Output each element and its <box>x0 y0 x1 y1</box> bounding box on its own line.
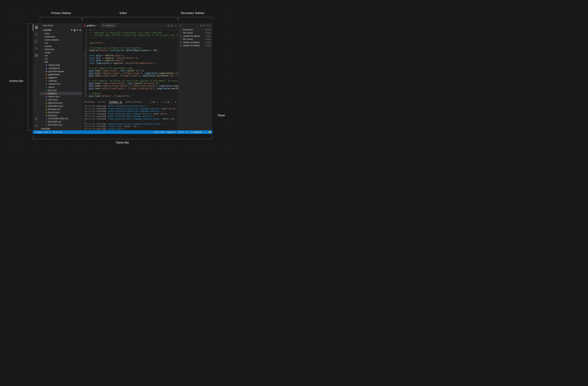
file-item[interactable]: ≡.yarnrc <box>40 86 82 89</box>
timeline-item[interactable]: ○File Saved2 days <box>178 38 212 41</box>
close-panel-icon[interactable]: ✕ <box>175 101 176 103</box>
folder-item[interactable]: ›resources <box>40 48 82 51</box>
pin-icon[interactable]: ⚲ <box>200 24 202 27</box>
new-folder-icon[interactable]: ▣ <box>74 29 76 31</box>
search-icon[interactable] <box>33 31 40 38</box>
svg-point-4 <box>35 40 36 41</box>
new-file-icon[interactable]: ⊕ <box>71 29 73 31</box>
sidebar-more-icon[interactable]: ⋯ <box>78 24 81 27</box>
close-tab-icon[interactable]: ✕ <box>97 24 98 27</box>
file-item[interactable]: {}package.json <box>40 107 82 111</box>
status-language[interactable]: { } JavaScript <box>190 131 202 133</box>
collapse-all-icon[interactable]: ⊟ <box>79 29 81 31</box>
terminal-launch-profile[interactable]: ▢ zsh <box>150 101 155 103</box>
file-item[interactable]: ◆.git-blame-ignore <box>40 70 82 73</box>
file-item[interactable]: ◆.gitignore <box>40 76 82 79</box>
file-icon: ⬇ <box>45 118 48 120</box>
outline-section-header[interactable]: › OUTLINE <box>40 127 82 130</box>
file-item[interactable]: ⚙.editorconfig <box>40 64 82 67</box>
folder-item[interactable]: ›src <box>40 57 82 60</box>
status-cursor[interactable]: Ln 17, Col 3 <box>154 131 165 133</box>
timeline-item[interactable]: ⊙Update formatting2 wks <box>178 44 212 47</box>
panel-tab-output[interactable]: OUTPUT <box>98 101 106 103</box>
file-item[interactable]: ⊛yarn.lock <box>40 89 82 92</box>
save-icon: ○ <box>180 38 182 40</box>
file-item[interactable]: ❚gulpfile.js <box>40 92 82 95</box>
file-item[interactable]: {}cglicenses.json <box>40 101 82 105</box>
feedback-icon[interactable]: ☺ <box>204 131 206 133</box>
terminal-dropdown-icon[interactable]: ⌄ <box>161 101 162 103</box>
file-item[interactable]: ⬇SECURITY.md <box>40 123 82 127</box>
bracket-secondary-sidebar <box>178 17 212 21</box>
timeline-item[interactable]: ○File Saved22 min <box>178 28 212 31</box>
timeline-item[interactable]: ○File Saved40 min <box>178 31 212 34</box>
timeline-list: ○File Saved22 min○File Saved40 min⊙Updat… <box>178 28 212 47</box>
terminal-count-badge: 1 <box>120 101 122 103</box>
file-name: CONTRIBUTING.md <box>48 117 68 120</box>
run-debug-icon[interactable] <box>33 45 40 52</box>
file-item[interactable]: ◉.eslinrc.json <box>40 95 82 98</box>
tab-file-icon: ❚ <box>84 24 86 27</box>
file-item[interactable]: ≡.mention-bot <box>40 83 82 86</box>
file-item[interactable]: ≡.mailmap <box>40 79 82 83</box>
split-editor-icon[interactable]: ◫ <box>171 24 173 27</box>
folder-item[interactable]: ›scripts <box>40 51 82 54</box>
file-item[interactable]: ⬇CONTRIBUTING.md <box>40 117 82 120</box>
file-item[interactable]: {}tsfmt.json <box>40 114 82 117</box>
label-secondary-sidebar: Secondary Sidebar <box>181 12 205 15</box>
tab-label: gulpfile.js <box>87 24 96 27</box>
file-item[interactable]: {}cgmanifest.json <box>40 105 82 107</box>
timeline-refresh-icon[interactable]: ⟳ <box>203 24 205 27</box>
maximize-panel-icon[interactable]: ︿ <box>171 101 173 103</box>
file-icon: ◉ <box>45 96 48 98</box>
refresh-icon[interactable]: ⟳ <box>77 29 78 31</box>
status-encoding[interactable]: UTF-8 <box>178 131 184 133</box>
file-item[interactable]: {}product.json <box>40 111 82 114</box>
settings-gear-icon[interactable] <box>33 122 40 129</box>
file-item[interactable]: ⬇README.md <box>40 120 82 123</box>
file-tree: ›build›extensions›node_modules›out›remot… <box>40 32 82 127</box>
status-indent[interactable]: Spaces: 2 <box>167 131 176 133</box>
accounts-icon[interactable] <box>33 115 40 122</box>
extensions-icon[interactable] <box>33 52 40 59</box>
status-problems[interactable]: ⓧ0 ⚠0 <box>53 131 62 133</box>
folder-item[interactable]: ›src <box>40 54 82 57</box>
code-editor[interactable]: 1234567891011121314151617181920212223242… <box>82 28 178 99</box>
status-branch[interactable]: ⎇main <box>34 131 42 133</box>
new-terminal-icon[interactable]: ＋ <box>157 101 159 103</box>
folder-item[interactable]: ›remote <box>40 45 82 48</box>
panel-tab-debug-console[interactable]: DEBUG CONSOLE <box>126 101 142 103</box>
file-item[interactable]: {}.lsifrc.json <box>40 98 82 101</box>
timeline-icon[interactable]: ↺ <box>180 24 181 27</box>
folder-item[interactable]: ›build <box>40 32 82 35</box>
terminal-output[interactable]: [09:43:36] Starting 'watch-extension:vsc… <box>82 105 178 130</box>
folder-item[interactable]: ›extensions <box>40 35 82 38</box>
folder-section-header[interactable]: ⌄ VSCODE ⊕ ▣ ⟳ ⊟ <box>40 28 82 32</box>
panel-tab-problems[interactable]: PROBLEMS <box>84 101 95 103</box>
folder-item[interactable]: ›test <box>40 60 82 64</box>
close-sidebar-icon[interactable]: ✕ <box>209 24 211 27</box>
editor-tab[interactable]: TSUntitled-2 <box>100 23 117 28</box>
explorer-icon[interactable] <box>33 24 40 31</box>
status-sync[interactable]: ⟳0↓ 1↑ <box>44 131 51 133</box>
file-item[interactable]: ◆.gitattributes <box>40 73 82 76</box>
file-item[interactable]: ◉.eslintignore <box>40 67 82 70</box>
folder-item[interactable]: ›out <box>40 42 82 45</box>
file-icon: ❚ <box>45 92 48 95</box>
status-eol[interactable]: LF <box>186 131 188 133</box>
panel-tab-terminal[interactable]: TERMINAL1 <box>109 101 122 104</box>
timeline-item[interactable]: ⊙Update formatting5 days <box>178 41 212 44</box>
editor-more-icon[interactable]: ⋯ <box>174 24 177 27</box>
editor-tab[interactable]: ❚gulpfile.js✕ <box>82 23 100 28</box>
kill-terminal-icon[interactable]: 🗑 <box>167 101 169 103</box>
timeline-label: File Saved <box>183 28 193 31</box>
notifications-icon[interactable]: 🔔 <box>209 131 211 133</box>
folder-name: src <box>45 54 48 57</box>
split-terminal-icon[interactable]: ◫ <box>164 101 166 103</box>
compare-changes-icon[interactable]: ⇆ <box>167 24 169 27</box>
source-control-icon[interactable] <box>33 38 40 45</box>
filter-icon[interactable]: ▽ <box>206 24 208 27</box>
timeline-item[interactable]: ⊙Update formatting1 day <box>178 34 212 38</box>
folder-item[interactable]: ›node_modules <box>40 38 82 42</box>
file-icon: {} <box>45 114 48 117</box>
